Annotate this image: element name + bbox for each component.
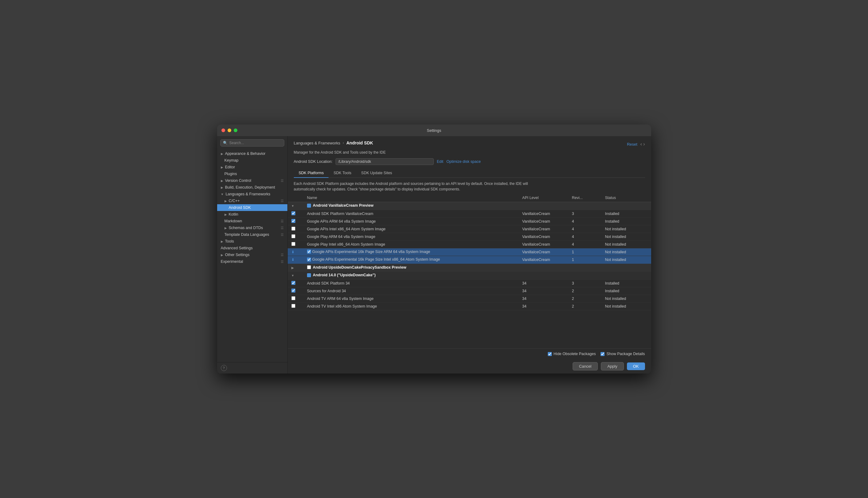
sidebar-item-appearance[interactable]: ▶ Appearance & Behavior (217, 150, 287, 157)
sidebar-item-cpp[interactable]: ▶ C/C++ ☰ (217, 197, 287, 204)
sdk-table: Name API Level Revi... Status ▼ (288, 194, 651, 310)
hide-obsolete-checkbox[interactable] (548, 352, 552, 356)
nav-arrows: ‹ › (641, 141, 645, 147)
sdk-checkbox[interactable] (291, 281, 295, 285)
expand-icon[interactable]: ▶ (291, 266, 294, 270)
show-details-checkbox[interactable] (601, 352, 605, 356)
sdk-checkbox[interactable] (291, 289, 295, 292)
sidebar-item-build[interactable]: ▶ Build, Execution, Deployment (217, 184, 287, 191)
back-button[interactable]: ‹ (641, 141, 642, 147)
mixed-checkbox-icon[interactable] (307, 273, 311, 277)
group-rev (568, 202, 602, 210)
expand-icon[interactable]: ▼ (291, 204, 294, 208)
maximize-button[interactable] (234, 129, 237, 132)
sidebar-item-other[interactable]: ▶ Other Settings ☰ (217, 251, 287, 258)
sidebar-item-label: Schemas and DTDs (229, 226, 263, 230)
sidebar-item-markdown[interactable]: Markdown ☰ (217, 218, 287, 224)
sidebar-item-label: Build, Execution, Deployment (225, 185, 275, 189)
expand-cell[interactable]: ▼ (288, 272, 303, 280)
group-name: Android 14.0 ("UpsideDownCake") (303, 272, 519, 280)
close-button[interactable] (222, 129, 225, 132)
checkbox-cell[interactable]: ⬇ (288, 256, 303, 264)
minimize-button[interactable] (227, 129, 231, 132)
checkbox-cell[interactable] (288, 225, 303, 233)
mixed-checkbox-icon[interactable] (307, 204, 311, 208)
col-rev-header[interactable]: Revi... (568, 194, 602, 202)
sidebar-item-advanced[interactable]: Advanced Settings (217, 245, 287, 251)
sidebar-item-label: Tools (225, 239, 234, 244)
checkbox-cell[interactable] (288, 279, 303, 287)
sdk-checkbox[interactable] (291, 227, 295, 231)
col-checkbox (288, 194, 303, 202)
sdk-checkbox[interactable] (291, 296, 295, 300)
checkbox-cell[interactable] (288, 218, 303, 225)
edit-button[interactable]: Edit (437, 159, 444, 164)
expand-cell[interactable]: ▼ (288, 202, 303, 210)
col-api-header[interactable]: API Level (519, 194, 568, 202)
col-status-header[interactable]: Status (601, 194, 651, 202)
sdk-location-input[interactable] (336, 158, 434, 165)
checkbox-cell[interactable] (288, 233, 303, 240)
checkbox-cell[interactable] (288, 295, 303, 302)
forward-button[interactable]: › (643, 141, 645, 147)
help-button[interactable]: ? (221, 365, 227, 371)
expand-icon[interactable]: ▼ (291, 274, 294, 277)
apply-button[interactable]: Apply (601, 362, 624, 370)
table-row: Android SDK Platform VanillaIceCream Van… (288, 210, 651, 218)
sdk-checkbox[interactable] (307, 258, 311, 262)
sidebar-item-plugins[interactable]: Plugins (217, 170, 287, 177)
sdk-checkbox[interactable] (307, 250, 311, 253)
settings-icon: ☰ (281, 253, 284, 257)
main-panel: Languages & Frameworks › Android SDK Res… (288, 136, 651, 374)
sdk-checkbox[interactable] (291, 242, 295, 246)
item-name: Google APIs Experimental 16k Page Size I… (303, 256, 519, 264)
table-row: ⬇ Google APIs Experimental 16k Page Size… (288, 256, 651, 264)
sidebar-item-kotlin[interactable]: ▶ Kotlin (217, 211, 287, 218)
hide-obsolete-label[interactable]: Hide Obsolete Packages (548, 352, 596, 356)
item-name: Google APIs Intel x86_64 Atom System Ima… (303, 225, 519, 233)
show-details-label[interactable]: Show Package Details (601, 352, 645, 356)
sdk-checkbox[interactable] (291, 304, 295, 308)
tab-sdk-update-sites[interactable]: SDK Update Sites (356, 169, 397, 178)
ok-button[interactable]: OK (627, 363, 645, 370)
sidebar-item-tools[interactable]: ▶ Tools (217, 238, 287, 245)
checkbox-cell[interactable] (288, 287, 303, 295)
checkbox-cell[interactable] (288, 210, 303, 218)
group-rev (568, 264, 602, 272)
tab-sdk-tools[interactable]: SDK Tools (328, 169, 356, 178)
search-box[interactable]: 🔍 (220, 139, 284, 147)
sidebar-item-keymap[interactable]: Keymap (217, 157, 287, 164)
table-row: ⬇ Google APIs Experimental 16k Page Size… (288, 248, 651, 256)
item-api: VanillaIceCream (519, 256, 568, 264)
breadcrumb-parent: Languages & Frameworks (294, 141, 340, 145)
sidebar-item-android-sdk[interactable]: Android SDK (217, 204, 287, 211)
table-container[interactable]: Name API Level Revi... Status ▼ (288, 194, 651, 348)
sidebar-item-schemas[interactable]: ▶ Schemas and DTDs ☰ (217, 224, 287, 231)
cancel-button[interactable]: Cancel (573, 362, 598, 370)
sidebar-item-version-control[interactable]: ▶ Version Control ☰ (217, 177, 287, 184)
sdk-checkbox[interactable] (291, 211, 295, 215)
reset-button[interactable]: Reset (627, 142, 637, 147)
settings-icon: ☰ (281, 260, 284, 264)
checkbox-cell[interactable] (288, 302, 303, 310)
sidebar-item-editor[interactable]: ▶ Editor (217, 164, 287, 170)
checkbox-cell[interactable]: ⬇ (288, 248, 303, 256)
tab-sdk-platforms[interactable]: SDK Platforms (294, 169, 329, 178)
col-name-header[interactable]: Name (303, 194, 519, 202)
checkbox-cell[interactable] (288, 240, 303, 248)
sidebar-item-template[interactable]: Template Data Languages ☰ (217, 231, 287, 238)
sdk-checkbox[interactable] (291, 219, 295, 223)
sdk-checkbox[interactable] (291, 234, 295, 238)
settings-icon: ☰ (281, 179, 284, 183)
expand-cell[interactable]: ▶ (288, 264, 303, 272)
group-api (519, 272, 568, 280)
optimize-button[interactable]: Optimize disk space (447, 159, 481, 164)
item-status: Not installed (601, 295, 651, 302)
table-footer: Hide Obsolete Packages Show Package Deta… (288, 348, 651, 359)
item-api: VanillaIceCream (519, 218, 568, 225)
search-input[interactable] (229, 141, 281, 145)
sidebar-item-languages[interactable]: ▼ Languages & Frameworks (217, 191, 287, 197)
sdk-checkbox[interactable] (307, 265, 311, 269)
sidebar-item-experimental[interactable]: Experimental ☰ (217, 258, 287, 265)
settings-icon: ☰ (281, 233, 284, 237)
